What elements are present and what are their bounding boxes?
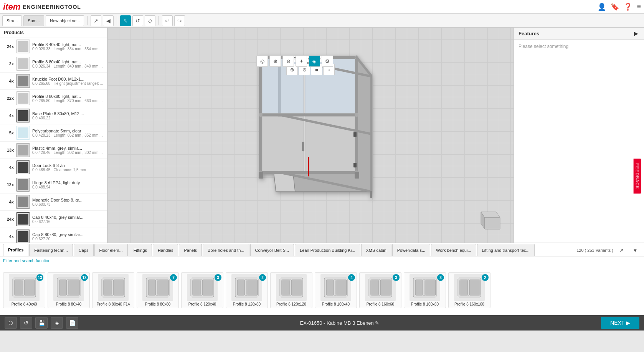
redo-button[interactable]: ↪ xyxy=(174,15,185,26)
bottom-tab-lifting-and-transport-tec[interactable]: Lifting and transport tec... xyxy=(477,244,535,256)
btab-collapse-icon[interactable]: ▼ xyxy=(629,245,641,256)
question-icon[interactable]: ❓ xyxy=(624,3,632,11)
nav-cube[interactable] xyxy=(475,204,506,235)
svg-rect-67 xyxy=(282,280,289,295)
tab-structure[interactable]: Stru... xyxy=(2,15,22,26)
grid-item[interactable]: 13 Profile 8 80x40 xyxy=(48,272,90,308)
bottom-tab-handles[interactable]: Handles xyxy=(153,244,178,256)
menu-icon[interactable]: ≡ xyxy=(637,3,641,11)
bottom-tab-caps[interactable]: Caps xyxy=(74,244,94,256)
grid-item[interactable]: Profile 8 120x120 xyxy=(270,272,312,308)
undo-button[interactable]: ↩ xyxy=(162,15,173,26)
product-row[interactable]: 13x Plastic 4mm, grey, simila... 0.0.428… xyxy=(0,142,107,159)
external-link-button[interactable]: ↗ xyxy=(91,15,101,26)
vp-settings[interactable]: ⚙ xyxy=(322,55,333,67)
back-button[interactable]: ◀ xyxy=(103,15,114,26)
product-info: Cap 8 80x80, grey similar... 0.0.627.20 xyxy=(32,232,104,241)
grid-image xyxy=(142,274,173,301)
grid-image xyxy=(454,274,485,301)
svg-rect-57 xyxy=(193,280,200,295)
svg-marker-35 xyxy=(485,218,500,229)
bottom-tab-bore-holes-and-th[interactable]: Bore holes and th... xyxy=(203,244,249,256)
bottom-tab-panels[interactable]: Panels xyxy=(179,244,202,256)
btab-expand-icon[interactable]: ↗ xyxy=(616,245,627,256)
product-icon xyxy=(16,212,30,226)
grid-label: Profile 8 160x80 xyxy=(411,302,439,306)
bottom-tab-profiles[interactable]: Profiles xyxy=(3,244,28,256)
bottom-tab-powerdata-s[interactable]: Power/data s... xyxy=(392,244,430,256)
product-row[interactable]: 5x Polycarbonate 5mm, clear 0.0.428.23 ·… xyxy=(0,124,107,142)
grid-item[interactable]: 7 Profile 8 80x80 xyxy=(137,272,179,308)
product-qty: 2x xyxy=(3,61,14,66)
product-detail: 0.0.627.20 xyxy=(32,237,104,241)
product-row[interactable]: 24x Profile 8 40x40 light, nat... 0.0.02… xyxy=(0,38,107,55)
svg-point-17 xyxy=(259,113,263,117)
next-button[interactable]: NEXT ▶ xyxy=(601,317,639,329)
product-row[interactable]: 24x Cap 8 40x40, grey similar... 0.0.627… xyxy=(0,211,107,228)
bottom-tab-conveyor-belt-s[interactable]: Conveyor Belt S... xyxy=(250,244,294,256)
viewport-right-toolbar: ◎ ⊕ ⊖ ✦ ◈ ⚙ xyxy=(256,55,333,67)
filter-link[interactable]: Filter and search function xyxy=(3,258,51,263)
tab-summary[interactable]: Sum... xyxy=(23,15,44,26)
grid-item[interactable]: 13 Profile 8 40x40 xyxy=(3,272,45,308)
product-qty: 13x xyxy=(3,148,14,152)
svg-rect-53 xyxy=(158,280,168,295)
bottom-tab-work-bench-equi[interactable]: Work bench equi... xyxy=(431,244,476,256)
vp-tool-5[interactable]: ◈ xyxy=(309,55,320,67)
grid-item[interactable]: Profile 8 80x40 F14 xyxy=(92,272,134,308)
top-icons: 👤 🔖 ❓ ≡ xyxy=(598,3,641,11)
bbar-btn-pdf[interactable]: 📄 xyxy=(66,317,78,329)
3d-viewport[interactable]: Preferred fastener ⊕ ⊙ ■ ○ ◎ ⊕ ⊖ ✦ ◈ ⚙ xyxy=(107,28,514,243)
product-qty: 24x xyxy=(3,44,14,49)
tab-new-object[interactable]: New object ve... xyxy=(46,15,84,26)
svg-rect-62 xyxy=(237,280,245,295)
bottom-tab-fittings[interactable]: Fittings xyxy=(129,244,152,256)
vp-zoom-in[interactable]: ⊕ xyxy=(269,55,281,67)
product-row[interactable]: 4x Door Lock 6-8 Zn 0.0.488.45 · Clearan… xyxy=(0,159,107,176)
features-expand-icon[interactable]: ▶ xyxy=(632,31,639,36)
product-row[interactable]: 12x Hinge 8 Al PP4, light duty 0.0.488.9… xyxy=(0,176,107,193)
help-icon[interactable]: 🔖 xyxy=(611,3,619,11)
filter-bar: Filter and search function xyxy=(0,256,644,265)
product-qty: 4x xyxy=(3,234,14,239)
status-label: EX-01650 - Kabine MB 3 Ebenen ✎ xyxy=(81,320,598,326)
bbar-btn-undo[interactable]: ↺ xyxy=(20,317,32,329)
product-info: Magnetic Door Stop 8, gr... 0.0.600.73 xyxy=(32,198,104,207)
bottom-tab-lean-production-building-ki[interactable]: Lean Production Building Ki... xyxy=(295,244,360,256)
product-row[interactable]: 4x Base Plate 8 80x80, M12,... 0.0.406.2… xyxy=(0,107,107,124)
topbar: item ENGINEERINGTOOL 👤 🔖 ❓ ≡ xyxy=(0,0,644,14)
bbar-btn-new[interactable]: ⬡ xyxy=(5,317,17,329)
product-name: Base Plate 8 80x80, M12,... xyxy=(32,111,104,116)
svg-rect-47 xyxy=(104,280,111,295)
tag-button[interactable]: ◇ xyxy=(145,15,155,26)
product-row[interactable]: 4x Knuckle Foot D80, M12x1... 0.0.265.68… xyxy=(0,73,107,90)
product-row[interactable]: 2x Profile 8 80x40 light, nat... 0.0.026… xyxy=(0,55,107,73)
bbar-btn-3d[interactable]: ◈ xyxy=(51,317,63,329)
svg-rect-88 xyxy=(469,280,480,295)
grid-item[interactable]: 3 Profile 8 120x40 xyxy=(181,272,223,308)
grid-image xyxy=(276,274,307,301)
vp-tool-1[interactable]: ◎ xyxy=(256,55,268,67)
select-button[interactable]: ↖ xyxy=(120,15,131,26)
grid-label: Profile 8 80x40 xyxy=(56,302,82,306)
product-row[interactable]: 22x Profile 8 80x80 light, nat... 0.0.26… xyxy=(0,90,107,107)
grid-item[interactable]: 2 Profile 8 120x80 xyxy=(226,272,268,308)
bottom-tab-xms-cabin[interactable]: XMS cabin xyxy=(361,244,391,256)
grid-item[interactable]: 4 Profile 8 160x40 xyxy=(315,272,357,308)
product-detail: 0.0.488.94 xyxy=(32,185,104,189)
vp-zoom-out[interactable]: ⊖ xyxy=(282,55,294,67)
bbar-btn-save[interactable]: 💾 xyxy=(35,317,48,329)
product-info: Base Plate 8 80x80, M12,... 0.0.406.22 xyxy=(32,111,104,120)
grid-item[interactable]: 3 Profile 8 160x60 xyxy=(359,272,401,308)
bottom-tab-fastening-techn[interactable]: Fastening techn... xyxy=(29,244,73,256)
grid-item[interactable]: 2 Profile 8 160x160 xyxy=(448,272,490,308)
user-icon[interactable]: 👤 xyxy=(598,3,606,11)
feedback-tab[interactable]: FEEDBACK xyxy=(633,159,641,193)
grid-item[interactable]: 3 Profile 8 160x80 xyxy=(404,272,446,308)
vp-tool-4[interactable]: ✦ xyxy=(296,55,307,67)
bottom-tab-floor-elem[interactable]: Floor elem... xyxy=(94,244,128,256)
product-row[interactable]: 4x Cap 8 80x80, grey similar... 0.0.627.… xyxy=(0,228,107,243)
product-name: Cap 8 40x40, grey similar... xyxy=(32,215,104,220)
rotate-button[interactable]: ↺ xyxy=(132,15,143,26)
product-row[interactable]: 4x Magnetic Door Stop 8, gr... 0.0.600.7… xyxy=(0,193,107,211)
